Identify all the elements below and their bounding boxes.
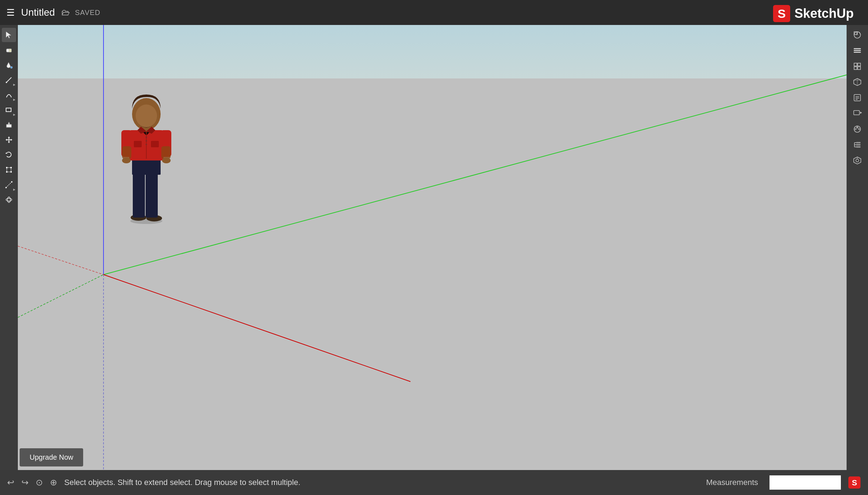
tool-scenes[interactable] — [850, 106, 864, 121]
svg-rect-22 — [10, 171, 12, 173]
redo-icon[interactable]: ↪ — [21, 478, 29, 488]
svg-line-6 — [6, 77, 11, 82]
tool-move[interactable] — [2, 133, 16, 147]
tool-line[interactable]: ▶ — [2, 73, 16, 87]
logo-text: SketchUp — [794, 6, 854, 21]
tool-styles[interactable] — [850, 28, 864, 42]
sketchup-logo: S SketchUp — [772, 4, 854, 23]
svg-point-25 — [11, 181, 12, 183]
sky-background — [18, 25, 847, 78]
tool-entity-info[interactable] — [850, 91, 864, 105]
undo-icon[interactable]: ↩ — [7, 478, 14, 488]
svg-point-27 — [7, 197, 10, 203]
sketchup-logo-icon: S — [772, 4, 791, 23]
tool-orbit[interactable] — [2, 193, 16, 207]
tool-arc[interactable]: ▶ — [2, 88, 16, 102]
tool-scale[interactable] — [2, 163, 16, 177]
svg-rect-52 — [856, 144, 861, 146]
svg-point-44 — [854, 128, 857, 130]
document-title: Untitled — [21, 7, 55, 18]
svg-rect-21 — [6, 171, 7, 173]
tool-components[interactable] — [850, 59, 864, 73]
measurements-label: Measurements — [706, 478, 758, 487]
saved-status: SAVED — [75, 9, 100, 17]
tool-push-pull[interactable] — [2, 118, 16, 132]
tool-extension-manager[interactable] — [850, 153, 864, 168]
svg-marker-14 — [8, 142, 10, 143]
help-icon[interactable]: ⊙ — [36, 478, 43, 488]
upgrade-now-button[interactable]: Upgrade Now — [20, 448, 83, 466]
svg-point-5 — [10, 66, 12, 68]
svg-point-26 — [6, 198, 12, 201]
tool-layers[interactable] — [850, 44, 864, 58]
svg-marker-2 — [6, 32, 11, 38]
svg-marker-13 — [8, 137, 10, 138]
svg-point-24 — [5, 187, 7, 188]
bottom-bar: ↩ ↪ ⊙ ⊕ Select objects. Shift to extend … — [0, 470, 868, 495]
svg-marker-15 — [6, 139, 7, 141]
menu-icon[interactable]: ☰ — [6, 7, 15, 18]
tool-materials[interactable] — [850, 122, 864, 136]
svg-text:S: S — [852, 478, 857, 487]
svg-rect-41 — [854, 111, 859, 115]
svg-rect-30 — [854, 48, 861, 49]
svg-marker-16 — [11, 139, 12, 141]
svg-rect-19 — [6, 167, 7, 168]
svg-marker-10 — [8, 122, 10, 124]
status-text: Select objects. Shift to extend select. … — [64, 478, 699, 487]
svg-rect-53 — [856, 146, 861, 148]
sketchup-bottom-logo: S — [848, 476, 861, 489]
svg-rect-31 — [854, 50, 861, 51]
svg-point-45 — [858, 128, 860, 130]
folder-icon[interactable]: 🗁 — [61, 7, 70, 17]
tool-shapes[interactable]: ▶ — [2, 103, 16, 117]
svg-rect-32 — [854, 52, 861, 53]
tool-rotate[interactable] — [2, 148, 16, 162]
svg-point-54 — [856, 159, 859, 162]
location-icon[interactable]: ⊕ — [50, 478, 57, 488]
tool-eraser[interactable] — [2, 43, 16, 57]
svg-text:S: S — [778, 7, 786, 20]
tool-outliner[interactable] — [850, 138, 864, 152]
svg-rect-20 — [10, 167, 12, 168]
svg-point-7 — [6, 82, 7, 83]
tool-select[interactable] — [2, 28, 16, 42]
right-toolbar — [847, 25, 868, 470]
svg-point-46 — [856, 126, 858, 128]
svg-rect-9 — [6, 124, 11, 127]
tool-tape-measure[interactable]: ▶ — [2, 178, 16, 192]
svg-rect-37 — [854, 95, 861, 101]
svg-rect-36 — [858, 67, 861, 70]
svg-rect-34 — [858, 63, 861, 66]
svg-rect-51 — [856, 142, 861, 143]
tool-3d-warehouse[interactable] — [850, 75, 864, 89]
measurements-input[interactable] — [769, 475, 841, 490]
viewport[interactable] — [18, 25, 847, 470]
svg-rect-8 — [6, 108, 11, 112]
tool-paint-bucket[interactable] — [2, 58, 16, 72]
svg-line-23 — [6, 182, 12, 188]
left-toolbar: ▶ ▶ ▶ — [0, 25, 18, 470]
svg-rect-4 — [9, 49, 11, 52]
svg-rect-35 — [854, 67, 857, 70]
ground-plane — [18, 78, 847, 470]
svg-rect-33 — [854, 63, 857, 66]
svg-marker-42 — [860, 112, 862, 114]
top-bar: ☰ Untitled 🗁 SAVED S SketchUp — [0, 0, 868, 25]
